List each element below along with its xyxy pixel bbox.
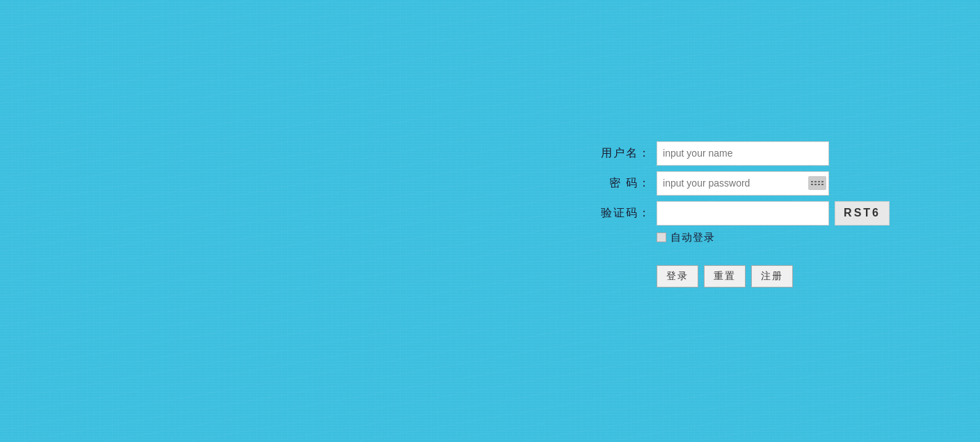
- keyboard-grid: [811, 181, 824, 186]
- captcha-label: 验证码：: [599, 206, 651, 221]
- password-row: 密 码：: [599, 171, 890, 196]
- login-button[interactable]: 登录: [657, 265, 698, 287]
- kbd-dot: [811, 184, 813, 185]
- reset-button[interactable]: 重置: [704, 265, 746, 287]
- kbd-dot: [811, 181, 813, 182]
- background: 用户名： 密 码：: [0, 0, 980, 442]
- username-label: 用户名：: [599, 146, 651, 161]
- kbd-dot: [814, 181, 817, 182]
- kbd-dot: [814, 184, 817, 185]
- kbd-dot: [818, 181, 820, 182]
- keyboard-icon[interactable]: [808, 176, 826, 190]
- username-row: 用户名：: [599, 141, 890, 166]
- kbd-dot: [821, 184, 824, 185]
- auto-login-label[interactable]: 自动登录: [670, 231, 715, 244]
- kbd-dot: [821, 181, 824, 182]
- captcha-input[interactable]: [657, 201, 829, 226]
- kbd-dot: [818, 184, 820, 185]
- button-row: 登录 重置 注册: [599, 265, 890, 287]
- password-label: 密 码：: [599, 176, 651, 191]
- captcha-row: 验证码： RST6: [599, 201, 890, 226]
- login-panel: 用户名： 密 码：: [599, 141, 890, 287]
- password-wrapper: [657, 171, 829, 196]
- password-input[interactable]: [657, 171, 829, 196]
- captcha-code[interactable]: RST6: [835, 201, 890, 226]
- auto-login-row: 自动登录: [599, 231, 890, 244]
- auto-login-checkbox[interactable]: [657, 232, 666, 242]
- username-input[interactable]: [657, 141, 829, 166]
- register-button[interactable]: 注册: [751, 265, 793, 287]
